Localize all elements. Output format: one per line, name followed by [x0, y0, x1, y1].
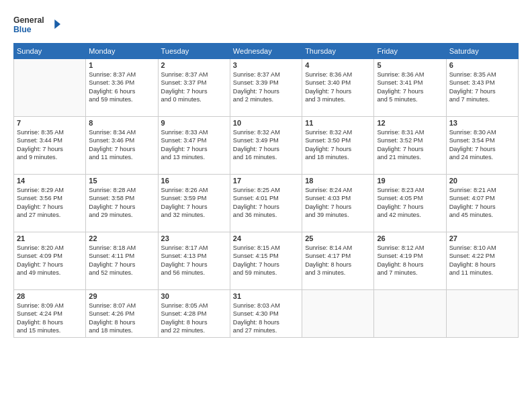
week-row-4: 21Sunrise: 8:20 AMSunset: 4:09 PMDayligh… [14, 232, 519, 290]
day-number: 2 [161, 61, 227, 69]
svg-text:Blue: Blue [13, 25, 32, 34]
day-cell: 9Sunrise: 8:33 AMSunset: 3:47 PMDaylight… [158, 117, 230, 175]
day-cell: 8Sunrise: 8:34 AMSunset: 3:46 PMDaylight… [86, 117, 158, 175]
day-info: Sunrise: 8:32 AMSunset: 3:50 PMDaylight:… [305, 128, 371, 162]
day-info: Sunrise: 8:21 AMSunset: 4:07 PMDaylight:… [449, 186, 515, 220]
day-number: 26 [377, 234, 443, 242]
day-cell: 7Sunrise: 8:35 AMSunset: 3:44 PMDaylight… [14, 117, 86, 175]
day-number: 28 [17, 292, 83, 300]
day-number: 30 [161, 292, 227, 300]
weekday-header-monday: Monday [86, 44, 158, 59]
day-info: Sunrise: 8:37 AMSunset: 3:37 PMDaylight:… [161, 71, 227, 104]
day-cell: 25Sunrise: 8:14 AMSunset: 4:17 PMDayligh… [302, 232, 374, 290]
day-cell: 31Sunrise: 8:03 AMSunset: 4:30 PMDayligh… [230, 290, 302, 338]
day-cell: 17Sunrise: 8:25 AMSunset: 4:01 PMDayligh… [230, 175, 302, 232]
day-info: Sunrise: 8:32 AMSunset: 3:49 PMDaylight:… [233, 128, 299, 162]
day-cell: 29Sunrise: 8:07 AMSunset: 4:26 PMDayligh… [86, 290, 158, 338]
day-cell: 12Sunrise: 8:31 AMSunset: 3:52 PMDayligh… [374, 117, 446, 175]
day-cell: 16Sunrise: 8:26 AMSunset: 3:59 PMDayligh… [158, 175, 230, 232]
day-cell [374, 290, 446, 338]
day-cell [446, 290, 518, 338]
day-cell: 15Sunrise: 8:28 AMSunset: 3:58 PMDayligh… [86, 175, 158, 232]
day-info: Sunrise: 8:10 AMSunset: 4:22 PMDaylight:… [449, 244, 515, 277]
day-info: Sunrise: 8:36 AMSunset: 3:40 PMDaylight:… [305, 71, 371, 104]
day-info: Sunrise: 8:28 AMSunset: 3:58 PMDaylight:… [89, 186, 154, 220]
day-number: 16 [161, 177, 227, 185]
day-info: Sunrise: 8:12 AMSunset: 4:19 PMDaylight:… [377, 244, 443, 277]
day-cell: 6Sunrise: 8:35 AMSunset: 3:43 PMDaylight… [446, 59, 518, 117]
day-cell: 30Sunrise: 8:05 AMSunset: 4:28 PMDayligh… [158, 290, 230, 338]
day-info: Sunrise: 8:35 AMSunset: 3:44 PMDaylight:… [17, 128, 83, 162]
weekday-header-row: SundayMondayTuesdayWednesdayThursdayFrid… [14, 44, 519, 59]
day-info: Sunrise: 8:25 AMSunset: 4:01 PMDaylight:… [233, 186, 299, 220]
day-info: Sunrise: 8:15 AMSunset: 4:15 PMDaylight:… [233, 244, 299, 277]
weekday-header-saturday: Saturday [446, 44, 518, 59]
week-row-5: 28Sunrise: 8:09 AMSunset: 4:24 PMDayligh… [14, 290, 519, 338]
day-info: Sunrise: 8:20 AMSunset: 4:09 PMDaylight:… [17, 244, 83, 277]
day-info: Sunrise: 8:05 AMSunset: 4:28 PMDaylight:… [161, 302, 227, 335]
day-info: Sunrise: 8:09 AMSunset: 4:24 PMDaylight:… [17, 302, 83, 335]
day-number: 11 [305, 119, 371, 127]
day-cell: 13Sunrise: 8:30 AMSunset: 3:54 PMDayligh… [446, 117, 518, 175]
day-cell: 27Sunrise: 8:10 AMSunset: 4:22 PMDayligh… [446, 232, 518, 290]
weekday-header-tuesday: Tuesday [158, 44, 230, 59]
day-info: Sunrise: 8:26 AMSunset: 3:59 PMDaylight:… [161, 186, 227, 220]
day-cell: 11Sunrise: 8:32 AMSunset: 3:50 PMDayligh… [302, 117, 374, 175]
day-cell: 21Sunrise: 8:20 AMSunset: 4:09 PMDayligh… [14, 232, 86, 290]
day-cell: 18Sunrise: 8:24 AMSunset: 4:03 PMDayligh… [302, 175, 374, 232]
day-info: Sunrise: 8:23 AMSunset: 4:05 PMDaylight:… [377, 186, 443, 220]
day-cell: 3Sunrise: 8:37 AMSunset: 3:39 PMDaylight… [230, 59, 302, 117]
day-number: 5 [377, 61, 443, 69]
day-number: 9 [161, 119, 227, 127]
weekday-header-thursday: Thursday [302, 44, 374, 59]
logo: General Blue [13, 12, 60, 36]
day-info: Sunrise: 8:33 AMSunset: 3:47 PMDaylight:… [161, 128, 227, 162]
day-number: 29 [89, 292, 154, 300]
day-number: 4 [305, 61, 371, 69]
day-info: Sunrise: 8:03 AMSunset: 4:30 PMDaylight:… [233, 302, 299, 335]
logo-svg: General Blue [13, 12, 60, 36]
day-info: Sunrise: 8:34 AMSunset: 3:46 PMDaylight:… [89, 128, 154, 162]
day-number: 21 [17, 234, 83, 242]
day-info: Sunrise: 8:24 AMSunset: 4:03 PMDaylight:… [305, 186, 371, 220]
day-number: 8 [89, 119, 154, 127]
day-number: 17 [233, 177, 299, 185]
day-info: Sunrise: 8:35 AMSunset: 3:43 PMDaylight:… [449, 71, 515, 104]
day-info: Sunrise: 8:07 AMSunset: 4:26 PMDaylight:… [89, 302, 154, 335]
day-number: 31 [233, 292, 299, 300]
day-cell [302, 290, 374, 338]
day-cell: 14Sunrise: 8:29 AMSunset: 3:56 PMDayligh… [14, 175, 86, 232]
day-number: 7 [17, 119, 83, 127]
day-number: 10 [233, 119, 299, 127]
day-number: 25 [305, 234, 371, 242]
day-number: 3 [233, 61, 299, 69]
day-info: Sunrise: 8:37 AMSunset: 3:36 PMDaylight:… [89, 71, 154, 104]
day-number: 6 [449, 61, 515, 69]
day-cell: 22Sunrise: 8:18 AMSunset: 4:11 PMDayligh… [86, 232, 158, 290]
day-cell: 28Sunrise: 8:09 AMSunset: 4:24 PMDayligh… [14, 290, 86, 338]
day-number: 18 [305, 177, 371, 185]
day-number: 1 [89, 61, 154, 69]
weekday-header-friday: Friday [374, 44, 446, 59]
day-info: Sunrise: 8:17 AMSunset: 4:13 PMDaylight:… [161, 244, 227, 277]
day-cell: 2Sunrise: 8:37 AMSunset: 3:37 PMDaylight… [158, 59, 230, 117]
day-number: 27 [449, 234, 515, 242]
day-number: 13 [449, 119, 515, 127]
day-info: Sunrise: 8:14 AMSunset: 4:17 PMDaylight:… [305, 244, 371, 277]
day-number: 22 [89, 234, 154, 242]
day-cell: 26Sunrise: 8:12 AMSunset: 4:19 PMDayligh… [374, 232, 446, 290]
week-row-3: 14Sunrise: 8:29 AMSunset: 3:56 PMDayligh… [14, 175, 519, 232]
page: General Blue SundayMondayTuesdayWednesda… [0, 0, 532, 345]
day-info: Sunrise: 8:29 AMSunset: 3:56 PMDaylight:… [17, 186, 83, 220]
day-number: 19 [377, 177, 443, 185]
svg-marker-2 [54, 19, 60, 29]
week-row-1: 1Sunrise: 8:37 AMSunset: 3:36 PMDaylight… [14, 59, 519, 117]
header: General Blue [13, 12, 519, 36]
day-info: Sunrise: 8:30 AMSunset: 3:54 PMDaylight:… [449, 128, 515, 162]
day-cell [14, 59, 86, 117]
week-row-2: 7Sunrise: 8:35 AMSunset: 3:44 PMDaylight… [14, 117, 519, 175]
day-info: Sunrise: 8:36 AMSunset: 3:41 PMDaylight:… [377, 71, 443, 104]
day-info: Sunrise: 8:37 AMSunset: 3:39 PMDaylight:… [233, 71, 299, 104]
day-cell: 24Sunrise: 8:15 AMSunset: 4:15 PMDayligh… [230, 232, 302, 290]
day-cell: 19Sunrise: 8:23 AMSunset: 4:05 PMDayligh… [374, 175, 446, 232]
